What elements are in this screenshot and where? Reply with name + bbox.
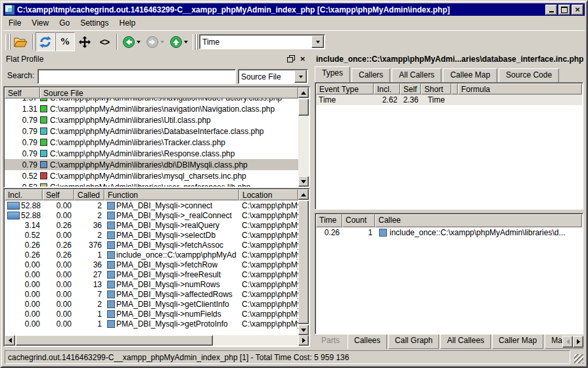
scrollbar-thumb[interactable] [298,99,309,116]
file-list-row[interactable]: 0.79C:\xampp\phpMyAdmin\libraries\dbi\DB… [5,159,298,170]
combo-dropdown-button[interactable] [294,70,307,83]
relative-percent-button[interactable]: % [55,32,75,51]
search-input[interactable] [37,69,236,84]
menu-item-help[interactable]: Help [114,17,141,29]
tab-all-callers[interactable]: All Callers [392,68,441,82]
column-header[interactable]: Callee [375,214,582,227]
column-header[interactable] [451,83,458,95]
function-name: PMA_DBI_Mysqli->selectDb [116,231,215,240]
tab-scroll-left-button[interactable] [562,336,573,348]
minimize-button[interactable] [545,5,557,15]
function-table-row[interactable]: 0.260.26376PMA_DBI_Mysqli->fetchAssocC:\… [5,240,298,250]
tab-callees[interactable]: Callees [348,334,387,349]
scrollbar-thumb[interactable] [298,200,309,324]
column-header[interactable]: Event Type [316,83,374,95]
event-type-row[interactable]: Time2.622.36Time [316,95,582,105]
function-table-row[interactable]: 3.140.2636PMA_DBI_Mysqli->realQueryC:\xa… [5,220,298,230]
callee-row[interactable]: 0.261include_once::C:\xampp\phpMyAdmin\l… [316,227,582,238]
scroll-left-button[interactable] [5,335,15,346]
function-table-row[interactable]: 0.000.0036PMA_DBI_Mysqli->fetchRowC:\xam… [5,260,298,269]
combo-dropdown-button[interactable] [311,35,324,48]
function-table-row[interactable]: 0.000.002PMA_DBI_Mysqli->getClientInfoC:… [5,299,298,309]
scroll-up-button[interactable] [298,87,309,98]
scroll-down-button[interactable] [298,176,309,187]
toolbar-grip[interactable] [5,34,9,50]
file-list-row[interactable]: 1.31C:\xampp\phpMyAdmin\libraries\naviga… [5,103,298,114]
close-button[interactable]: × [572,5,583,15]
maximize-button[interactable] [558,5,570,15]
function-table-horizontal-scrollbar[interactable] [5,335,309,346]
column-header[interactable]: Function [104,189,239,200]
function-table-row[interactable]: 0.000.0027PMA_DBI_Mysqli->freeResultC:\x… [5,269,298,279]
scroll-right-button[interactable] [298,335,309,346]
file-list-row[interactable]: 0.79C:\xampp\phpMyAdmin\libraries\Databa… [5,126,298,137]
resize-grip[interactable] [574,354,583,363]
dock-move-button[interactable] [75,32,95,51]
tab-source-code[interactable]: Source Code [499,68,559,82]
back-button[interactable] [120,33,143,51]
menu-item-go[interactable]: Go [54,17,75,29]
scroll-down-button[interactable] [298,325,309,335]
cycle-detection-button[interactable] [35,32,55,51]
function-table-row[interactable]: 0.000.0013PMA_DBI_Mysqli->numRowsC:\xamp… [5,279,298,289]
function-table-row[interactable]: 0.000.001PMA_DBI_Mysqli->getProtoInfoC:\… [5,319,298,329]
open-file-button[interactable] [11,32,30,51]
title-bar[interactable]: C:\xampp\tmp\cachegrind.out.1416463299-C… [3,3,585,16]
back-dropdown-icon[interactable] [137,41,141,43]
menu-item-settings[interactable]: Settings [75,17,114,29]
column-header[interactable]: Self [400,83,421,95]
menu-item-file[interactable]: File [3,17,26,29]
tab-caller-map[interactable]: Caller Map [492,334,543,349]
scrollbar-thumb[interactable] [16,335,213,346]
file-list-row[interactable]: 0.52C:\xampp\phpMyAdmin\libraries\mysql_… [5,170,298,181]
location-cell: C:\xampp\phpMy... [239,260,298,269]
column-header[interactable]: Location [239,189,298,200]
event-type-combo[interactable]: Time [199,34,325,49]
column-header[interactable]: Incl. [5,189,43,200]
up-dropdown-icon[interactable] [184,41,188,43]
forward-button[interactable] [143,33,167,51]
function-table-row[interactable]: 0.000.007PMA_DBI_Mysqli->affectedRowsC:\… [5,289,298,299]
incl-value: 52.88 [21,211,41,220]
tab-types[interactable]: Types [315,66,350,82]
column-header[interactable]: Self [5,87,40,99]
file-list-row[interactable]: 0.52C:\xampp\phpMyAdmin\libraries\user_p… [5,181,298,187]
function-table-row[interactable]: 52.880.002PMA_DBI_Mysqli->_realConnectC:… [5,210,298,220]
tab-all-callees[interactable]: All Callees [440,334,491,349]
toolbar-grip[interactable] [192,34,196,50]
tab-scroll-right-button[interactable] [573,336,583,348]
file-list-row[interactable]: 1.57C:\xampp\phpMyAdmin\libraries\naviga… [5,99,298,103]
called-count-cell: 13 [74,280,104,289]
tab-callers[interactable]: Callers [351,68,390,82]
dock-float-button[interactable] [286,55,296,64]
file-list-vertical-scrollbar[interactable] [298,87,309,187]
function-table-row[interactable]: 0.520.002PMA_DBI_Mysqli->selectDbC:\xamp… [5,230,298,240]
dock-close-button[interactable]: × [298,55,307,64]
column-header[interactable]: Time [316,214,342,227]
expand-symbols-button[interactable]: <> [95,32,114,51]
file-list-row[interactable]: 0.79C:\xampp\phpMyAdmin\libraries\Util.c… [5,114,298,126]
scroll-up-button[interactable] [298,189,309,200]
function-name: PMA_DBI_Mysqli->affectedRows [116,290,233,299]
function-table-row[interactable]: 0.260.261include_once::C:\xampp\phpMyAd.… [5,250,298,260]
location-cell: C:\xampp\phpMy... [239,319,298,329]
function-table-row[interactable]: 52.880.002PMA_DBI_Mysqli->connectC:\xamp… [5,200,298,210]
function-table-row[interactable]: 0.000.001PMA_DBI_Mysqli->numFieldsC:\xam… [5,309,298,319]
group-by-combo[interactable]: Source File [238,69,308,84]
menu-item-view[interactable]: View [26,17,54,29]
column-header[interactable]: Source File [40,87,298,99]
column-header[interactable]: Called [74,189,104,200]
tab-callee-map[interactable]: Callee Map [443,68,497,82]
column-header[interactable]: Incl. [374,83,400,95]
column-header[interactable]: Formula [458,83,582,95]
up-button[interactable] [167,33,191,51]
function-table-vertical-scrollbar[interactable] [298,189,309,335]
column-header[interactable]: Count [342,214,375,227]
file-list-row[interactable]: 0.79C:\xampp\phpMyAdmin\libraries\Tracke… [5,137,298,148]
tab-call-graph[interactable]: Call Graph [388,334,439,349]
dock-title-bar[interactable]: Flat Profile × [3,53,310,65]
called-count-cell: 7 [74,290,104,299]
column-header[interactable]: Short [421,83,451,95]
column-header[interactable]: Self [43,189,74,200]
file-list-row[interactable]: 0.79C:\xampp\phpMyAdmin\libraries\Respon… [5,148,298,159]
